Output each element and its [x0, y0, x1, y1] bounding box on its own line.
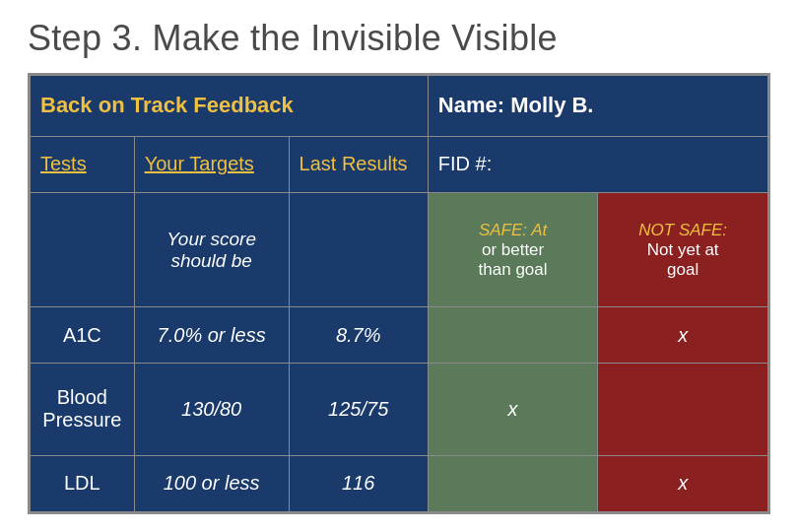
- notsafe-header-cell: NOT SAFE: Not yet at goal: [598, 193, 768, 307]
- score-empty-tests: [31, 193, 135, 307]
- name-label: Name:: [438, 93, 504, 117]
- target-value: 100 or less: [134, 455, 289, 511]
- notsafe-indicator: [598, 364, 768, 456]
- header-row: Back on Track Feedback Name: Molly B.: [31, 76, 768, 137]
- score-text: Your score should be: [166, 229, 256, 271]
- safe-label-line2: or better: [482, 240, 544, 259]
- name-value: Molly B.: [504, 93, 593, 117]
- test-name: A1C: [31, 306, 135, 363]
- page-title: Step 3. Make the Invisible Visible: [28, 18, 770, 59]
- safe-x-mark: x: [508, 398, 518, 420]
- targets-header: Your Targets: [134, 136, 289, 192]
- feedback-table: Back on Track Feedback Name: Molly B. Te…: [30, 75, 768, 512]
- safe-label-line3: than goal: [479, 260, 548, 279]
- target-value: 7.0% or less: [134, 306, 289, 363]
- fid-header: FID #:: [428, 136, 767, 192]
- safe-label-line1: SAFE: At: [479, 221, 547, 239]
- feedback-label-cell: Back on Track Feedback: [31, 76, 429, 137]
- table-row: Blood Pressure130/80125/75x: [31, 364, 768, 456]
- notsafe-label-line3: goal: [667, 260, 698, 279]
- table-row: A1C7.0% or less8.7%x: [31, 306, 768, 363]
- feedback-label: Back on Track Feedback: [40, 93, 294, 117]
- tests-header: Tests: [31, 136, 135, 192]
- result-value: 116: [289, 455, 428, 511]
- target-value: 130/80: [134, 364, 289, 456]
- feedback-table-wrapper: Back on Track Feedback Name: Molly B. Te…: [28, 73, 770, 514]
- result-value: 8.7%: [289, 306, 428, 363]
- safe-header-cell: SAFE: At or better than goal: [428, 193, 598, 307]
- notsafe-x-mark: x: [678, 472, 688, 494]
- page: Step 3. Make the Invisible Visible Back …: [0, 0, 798, 532]
- safe-indicator: x: [428, 364, 598, 456]
- notsafe-label-line1: NOT SAFE:: [638, 221, 727, 239]
- name-cell: Name: Molly B.: [428, 76, 767, 137]
- score-text-cell: Your score should be: [134, 193, 289, 307]
- results-header: Last Results: [289, 136, 428, 192]
- safe-indicator: [428, 455, 598, 511]
- notsafe-x-mark: x: [678, 324, 688, 346]
- test-name: LDL: [31, 455, 135, 511]
- test-name: Blood Pressure: [31, 364, 135, 456]
- score-description-row: Your score should be SAFE: At or better …: [31, 193, 768, 307]
- result-value: 125/75: [289, 364, 428, 456]
- table-row: LDL100 or less116x: [31, 455, 768, 511]
- safe-indicator: [428, 306, 598, 363]
- subheader-row: Tests Your Targets Last Results FID #:: [31, 136, 768, 192]
- notsafe-label-line2: Not yet at: [647, 240, 719, 259]
- notsafe-indicator: x: [598, 306, 768, 363]
- score-empty-results: [289, 193, 428, 307]
- notsafe-indicator: x: [598, 455, 768, 511]
